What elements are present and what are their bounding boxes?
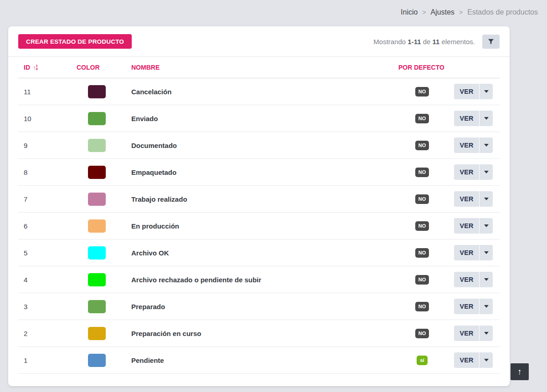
row-id: 9 (18, 142, 71, 149)
panel-header-right: Mostrando 1-11 de 11 elementos. (373, 35, 500, 49)
row-id: 7 (18, 195, 71, 203)
view-dropdown-toggle[interactable] (480, 191, 493, 207)
row-name: Cancelación (131, 88, 390, 96)
view-button-label[interactable]: VER (454, 326, 480, 341)
panel-header: CREAR ESTADO DE PRODUCTO Mostrando 1-11 … (8, 26, 510, 57)
row-id: 6 (18, 222, 71, 230)
view-dropdown-toggle[interactable] (480, 111, 493, 126)
default-badge: NO (415, 275, 429, 285)
color-swatch (88, 166, 106, 179)
row-name: Preparación en curso (131, 330, 390, 337)
view-dropdown-toggle[interactable] (480, 218, 493, 234)
color-swatch (88, 300, 106, 313)
view-dropdown-toggle[interactable] (480, 272, 493, 287)
caret-down-icon (484, 144, 489, 147)
row-id: 11 (18, 88, 71, 96)
row-id: 8 (18, 168, 71, 176)
row-name: Documentado (131, 142, 390, 149)
column-header-por-defecto: POR DEFECTO (390, 64, 454, 71)
table-row: 2 Preparación en curso NO VER (18, 320, 500, 347)
showing-suffix: elementos. (442, 38, 475, 46)
table-row: 10 Enviado NO VER (18, 105, 500, 132)
view-button-label[interactable]: VER (454, 245, 480, 260)
create-product-status-button[interactable]: CREAR ESTADO DE PRODUCTO (18, 34, 132, 49)
view-button[interactable]: VER (454, 191, 493, 207)
view-button-label[interactable]: VER (454, 137, 480, 153)
view-button[interactable]: VER (454, 299, 493, 314)
view-button[interactable]: VER (454, 352, 493, 368)
caret-down-icon (484, 305, 489, 308)
table-row: 8 Empaquetado NO VER (18, 159, 500, 186)
product-statuses-table: ID ↑ 1 9 COLOR NOMBRE POR DEFECTO 11 Can… (18, 57, 500, 374)
color-swatch (88, 112, 106, 125)
default-badge: NO (415, 248, 429, 258)
view-button-label[interactable]: VER (454, 352, 480, 368)
sort-numeric-up-icon[interactable]: ↑ 1 9 (33, 64, 38, 71)
color-swatch (88, 193, 106, 206)
column-header-id-label: ID (24, 64, 30, 71)
breadcrumb: Inicio > Ajustes > Estados de productos (401, 8, 538, 16)
caret-down-icon (484, 224, 489, 227)
default-badge: NO (415, 194, 429, 204)
row-name: Empaquetado (131, 168, 390, 176)
default-badge: NO (415, 114, 429, 123)
color-swatch (88, 85, 106, 98)
view-dropdown-toggle[interactable] (480, 299, 493, 314)
row-name: Enviado (131, 115, 390, 122)
row-name: Archivo rechazado o pendiente de subir (131, 276, 390, 284)
default-badge: NO (415, 141, 429, 150)
view-button-label[interactable]: VER (454, 218, 480, 234)
view-dropdown-toggle[interactable] (480, 164, 493, 180)
default-badge: sí (417, 356, 427, 365)
row-id: 4 (18, 276, 71, 284)
view-dropdown-toggle[interactable] (480, 84, 493, 99)
scroll-to-top-button[interactable]: ↑ (511, 363, 529, 380)
filter-button[interactable] (482, 35, 500, 49)
breadcrumb-separator: > (422, 9, 426, 16)
view-button[interactable]: VER (454, 164, 493, 180)
column-header-nombre: NOMBRE (131, 64, 390, 71)
color-swatch (88, 327, 106, 340)
breadcrumb-inicio[interactable]: Inicio (401, 8, 418, 16)
breadcrumb-ajustes[interactable]: Ajustes (431, 8, 454, 16)
view-button-label[interactable]: VER (454, 272, 480, 287)
view-button-label[interactable]: VER (454, 299, 480, 314)
view-button-label[interactable]: VER (454, 191, 480, 207)
column-header-id[interactable]: ID ↑ 1 9 (18, 64, 71, 71)
view-button[interactable]: VER (454, 245, 493, 260)
view-dropdown-toggle[interactable] (480, 352, 493, 368)
caret-down-icon (484, 198, 489, 200)
row-name: Archivo OK (131, 249, 390, 257)
showing-middle: de (423, 38, 431, 46)
row-name: En producción (131, 222, 390, 230)
view-dropdown-toggle[interactable] (480, 245, 493, 260)
table-row: 7 Trabajo realizado NO VER (18, 186, 500, 213)
row-id: 5 (18, 249, 71, 257)
view-button[interactable]: VER (454, 218, 493, 234)
view-button[interactable]: VER (454, 111, 493, 126)
row-name: Trabajo realizado (131, 195, 390, 203)
default-badge: NO (415, 87, 429, 97)
sort-digits: 1 9 (36, 64, 38, 71)
table-body: 11 Cancelación NO VER 10 Enviado NO (18, 78, 500, 374)
view-dropdown-toggle[interactable] (480, 326, 493, 341)
table-row: 4 Archivo rechazado o pendiente de subir… (18, 266, 500, 293)
row-name: Preparado (131, 303, 390, 311)
view-button-label[interactable]: VER (454, 111, 480, 126)
view-button[interactable]: VER (454, 84, 493, 99)
showing-total: 11 (433, 38, 440, 46)
color-swatch (88, 219, 106, 233)
row-id: 1 (18, 356, 71, 364)
view-button[interactable]: VER (454, 137, 493, 153)
view-button-label[interactable]: VER (454, 84, 480, 99)
view-button[interactable]: VER (454, 326, 493, 341)
view-button-label[interactable]: VER (454, 164, 480, 180)
view-button[interactable]: VER (454, 272, 493, 287)
color-swatch (88, 246, 106, 260)
view-dropdown-toggle[interactable] (480, 137, 493, 153)
default-badge: NO (415, 329, 429, 338)
table-row: 9 Documentado NO VER (18, 132, 500, 159)
breadcrumb-separator: > (459, 9, 463, 16)
default-badge: NO (415, 302, 429, 311)
row-id: 10 (18, 115, 71, 122)
